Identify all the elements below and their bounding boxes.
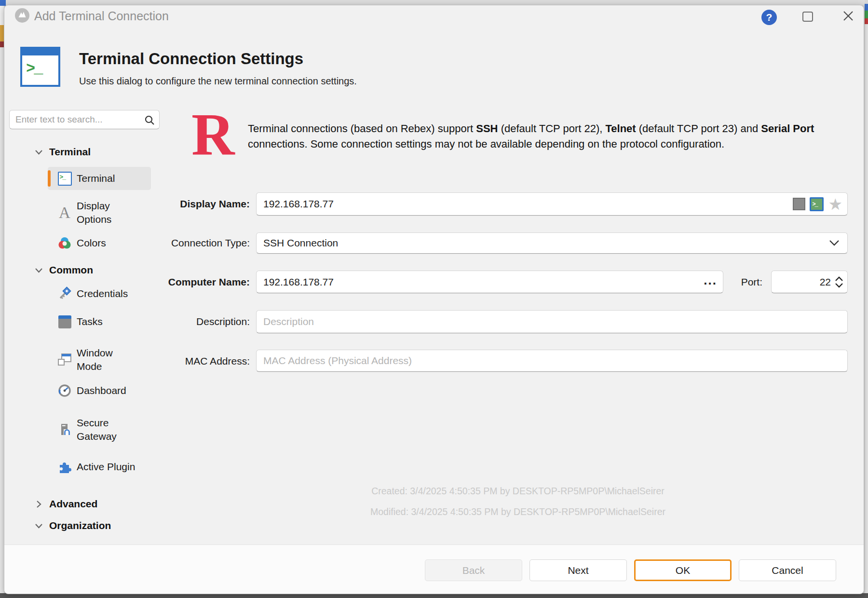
chevron-right-icon xyxy=(34,500,43,509)
description-field xyxy=(256,310,848,333)
sidebar-item-colors[interactable]: Colors xyxy=(57,236,106,250)
backdrop-fragment xyxy=(0,6,4,25)
add-terminal-connection-dialog: Add Terminal Connection ? >_ Terminal Co… xyxy=(4,5,864,594)
computer-name-input[interactable] xyxy=(257,271,723,293)
port-label: Port: xyxy=(718,276,762,288)
port-field xyxy=(771,271,848,293)
backdrop-fragment xyxy=(865,4,868,11)
mac-address-input[interactable] xyxy=(257,350,847,371)
backdrop-fragment xyxy=(865,11,868,18)
info-banner-text: Terminal connections (based on Rebex) su… xyxy=(248,121,848,152)
display-name-label: Display Name: xyxy=(115,198,250,210)
mac-address-label: MAC Address: xyxy=(115,355,250,367)
chevron-down-icon xyxy=(34,266,43,275)
font-icon: A xyxy=(57,205,72,220)
spinner-up-icon[interactable] xyxy=(835,276,843,282)
created-info: Created: 3/4/2025 4:50:35 PM by DESKTOP-… xyxy=(256,486,780,497)
chevron-down-icon xyxy=(829,240,840,246)
connection-type-label: Connection Type: xyxy=(115,237,250,249)
chevron-down-icon xyxy=(34,148,43,157)
window-title: Add Terminal Connection xyxy=(34,9,169,23)
terminal-icon: >_ xyxy=(57,171,72,186)
app-logo-icon xyxy=(15,8,29,23)
sidebar-item-terminal[interactable]: >_ Terminal xyxy=(57,171,115,186)
chevron-down-icon xyxy=(34,521,43,530)
sidebar-item-active-plugin[interactable]: Active Plugin xyxy=(57,460,139,474)
sidebar-item-dashboard[interactable]: Dashboard xyxy=(57,383,126,398)
search-box xyxy=(9,110,160,129)
connection-type-value[interactable] xyxy=(257,233,847,253)
puzzle-icon xyxy=(57,460,72,474)
backdrop-fragment xyxy=(0,25,4,41)
help-button[interactable]: ? xyxy=(761,10,777,25)
mac-address-field xyxy=(256,350,848,372)
backdrop-fragment xyxy=(0,0,6,6)
connection-type-select[interactable] xyxy=(256,232,848,254)
computer-name-field: ... xyxy=(256,271,723,293)
key-icon xyxy=(57,286,72,301)
page-subtitle: Use this dialog to configure the new ter… xyxy=(79,76,357,87)
spinner-down-icon[interactable] xyxy=(835,283,843,288)
description-input[interactable] xyxy=(257,311,847,333)
tree-group-advanced[interactable]: Advanced xyxy=(34,498,97,510)
sidebar-item-tasks[interactable]: Tasks xyxy=(57,314,103,329)
search-input[interactable] xyxy=(10,110,159,129)
selected-item-accent-bar xyxy=(48,170,51,187)
gateway-lock-icon xyxy=(57,422,72,437)
sidebar-item-credentials[interactable]: Credentials xyxy=(57,286,128,301)
tree-group-organization[interactable]: Organization xyxy=(34,520,111,531)
dialog-footer: Back Next OK Cancel xyxy=(4,544,864,594)
rebex-logo: R xyxy=(191,110,235,160)
ok-button[interactable]: OK xyxy=(634,559,732,581)
search-icon xyxy=(144,115,155,125)
modified-info: Modified: 3/4/2025 4:50:35 PM by DESKTOP… xyxy=(256,506,780,517)
sidebar-item-secure-gateway[interactable]: Secure Gateway xyxy=(57,416,139,443)
connection-type-icon[interactable]: >_ xyxy=(810,197,824,211)
back-button[interactable]: Back xyxy=(425,559,522,581)
display-name-input[interactable] xyxy=(257,193,847,215)
help-icon: ? xyxy=(766,12,773,23)
backdrop-fragment xyxy=(865,18,868,24)
maximize-button[interactable] xyxy=(802,12,813,22)
tasks-icon xyxy=(57,314,72,329)
favorite-star-icon[interactable]: ★ xyxy=(828,196,842,212)
backdrop-fragment xyxy=(0,41,4,47)
terminal-window-icon: >_ xyxy=(20,47,60,87)
backdrop-fragment xyxy=(865,24,868,594)
color-swatch-button[interactable] xyxy=(793,198,805,210)
tree-group-common[interactable]: Common xyxy=(34,264,93,276)
backdrop-fragment xyxy=(0,47,4,594)
next-button[interactable]: Next xyxy=(529,559,627,581)
description-label: Description: xyxy=(115,316,250,327)
page-title: Terminal Connection Settings xyxy=(79,50,303,68)
tree-group-terminal[interactable]: Terminal xyxy=(34,146,91,158)
cancel-button[interactable]: Cancel xyxy=(739,559,836,581)
port-spinner[interactable] xyxy=(835,276,843,288)
close-button[interactable] xyxy=(841,9,855,23)
colors-icon xyxy=(57,236,72,250)
gauge-icon xyxy=(57,383,72,398)
windows-icon xyxy=(57,353,72,367)
backdrop-fragment xyxy=(6,0,865,5)
computer-name-label: Computer Name: xyxy=(115,276,250,288)
display-name-field: >_ ★ xyxy=(256,192,848,216)
